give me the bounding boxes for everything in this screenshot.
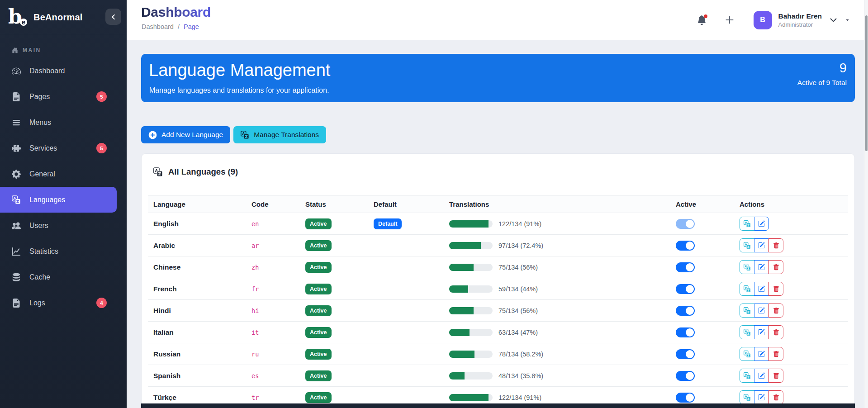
manage-translations-label: Manage Translations — [254, 131, 319, 139]
user-menu-button[interactable] — [829, 16, 838, 24]
toggle-knob — [686, 372, 694, 380]
delete-action-button[interactable] — [768, 282, 783, 296]
status-cell: Active — [300, 392, 368, 403]
active-toggle[interactable] — [676, 262, 695, 272]
sidebar-item-icon — [12, 247, 21, 256]
user-role: Administrator — [778, 21, 822, 28]
translate-action-button[interactable] — [740, 282, 754, 296]
translate-action-button[interactable] — [740, 238, 754, 252]
translations-cell: 122/134 (91%) — [444, 220, 670, 228]
sidebar-item-languages[interactable]: Languages — [0, 187, 117, 213]
sidebar-item-icon — [12, 299, 21, 308]
active-toggle[interactable] — [676, 306, 695, 316]
banner-stat: 9 Active of 9 Total — [797, 60, 847, 87]
translate-icon — [153, 167, 163, 177]
edit-action-button[interactable] — [754, 325, 769, 339]
delete-action-button[interactable] — [768, 304, 783, 318]
translate-action-button[interactable] — [740, 369, 754, 383]
delete-action-button[interactable] — [768, 325, 783, 339]
sidebar-item-cache[interactable]: Cache — [0, 264, 117, 290]
sidebar-item-services[interactable]: Services 5 — [0, 135, 117, 161]
notifications-button[interactable] — [697, 15, 707, 25]
page-scrollbar[interactable] — [864, 0, 868, 408]
sidebar-collapse-button[interactable] — [105, 9, 121, 25]
translations-cell: 122/134 (91%) — [444, 394, 670, 401]
delete-action-button[interactable] — [768, 347, 783, 361]
sidebar-item-icon — [12, 273, 21, 282]
sidebar-item-label: Statistics — [29, 247, 58, 256]
translate-action-button[interactable] — [740, 325, 754, 339]
active-toggle[interactable] — [676, 284, 695, 294]
delete-action-button[interactable] — [768, 238, 783, 252]
delete-action-button[interactable] — [768, 260, 783, 274]
translate-action-button[interactable] — [740, 347, 754, 361]
sidebar-item-label: Services — [29, 144, 57, 152]
sidebar-item-statistics[interactable]: Statistics — [0, 238, 117, 264]
edit-action-button[interactable] — [754, 217, 769, 231]
translation-progress-bar — [449, 285, 493, 293]
sidebar-item-label: Dashboard — [29, 67, 65, 75]
translation-progress-label: 75/134 (56%) — [498, 264, 538, 271]
sidebar-item-label: Languages — [29, 196, 65, 204]
manage-translations-button[interactable]: Manage Translations — [233, 126, 326, 143]
actions-cell — [734, 304, 849, 318]
sidebar-item-pages[interactable]: Pages 5 — [0, 84, 117, 109]
add-new-language-label: Add New Language — [161, 131, 223, 139]
translate-action-button[interactable] — [740, 304, 754, 318]
breadcrumb-current[interactable]: Page — [184, 23, 199, 30]
sidebar-item-badge: 5 — [96, 91, 107, 102]
language-code: fr — [246, 285, 300, 293]
translation-progress-bar — [449, 351, 493, 358]
status-badge: Active — [305, 240, 332, 251]
quick-add-button[interactable] — [725, 15, 735, 25]
language-name: Chinese — [148, 263, 246, 271]
active-toggle[interactable] — [676, 393, 695, 403]
translations-cell: 63/134 (47%) — [444, 329, 670, 336]
edit-action-button[interactable] — [754, 369, 769, 383]
active-toggle[interactable] — [676, 219, 695, 229]
language-name: Russian — [148, 350, 246, 358]
add-new-language-button[interactable]: Add New Language — [141, 126, 230, 143]
active-toggle[interactable] — [676, 241, 695, 251]
sidebar-item-general[interactable]: General — [0, 161, 117, 187]
delete-action-button[interactable] — [768, 369, 783, 383]
translation-progress-fill — [449, 329, 470, 336]
avatar[interactable]: B — [754, 11, 772, 29]
sidebar-item-logs[interactable]: Logs 4 — [0, 290, 117, 316]
translation-progress-fill — [449, 307, 474, 314]
sidebar-item-menus[interactable]: Menus — [0, 109, 117, 135]
edit-action-button[interactable] — [754, 260, 769, 274]
sidebar-item-users[interactable]: Users — [0, 213, 117, 238]
sidebar-item-icon — [12, 92, 21, 101]
language-code: zh — [246, 264, 300, 271]
scrollbar-thumb[interactable] — [865, 15, 868, 151]
edit-action-button[interactable] — [754, 238, 769, 252]
sidebar-item-badge: 5 — [96, 143, 107, 153]
active-toggle[interactable] — [676, 327, 695, 337]
active-cell — [670, 327, 734, 337]
active-toggle[interactable] — [676, 349, 695, 359]
active-toggle[interactable] — [676, 371, 695, 381]
toggle-knob — [686, 263, 694, 271]
edit-action-button[interactable] — [754, 347, 769, 361]
sidebar-item-badge: 4 — [96, 298, 107, 308]
active-count-label: Active of 9 Total — [797, 79, 847, 87]
status-badge: Active — [305, 349, 332, 360]
status-cell: Active — [300, 218, 368, 229]
edit-action-button[interactable] — [754, 282, 769, 296]
sidebar-item-dashboard[interactable]: Dashboard — [0, 58, 117, 84]
toggle-knob — [686, 307, 694, 315]
sidebar-section-label: MAIN — [23, 47, 41, 53]
translate-action-button[interactable] — [740, 260, 754, 274]
edit-action-button[interactable] — [754, 390, 769, 404]
user-dropdown-caret[interactable] — [845, 18, 850, 23]
translation-progress-bar — [449, 264, 493, 271]
edit-action-button[interactable] — [754, 304, 769, 318]
breadcrumb-root[interactable]: Dashboard — [142, 23, 174, 30]
delete-action-button[interactable] — [768, 390, 783, 404]
translation-progress-label: 48/134 (35.8%) — [498, 372, 543, 380]
translation-progress-fill — [449, 351, 474, 358]
toggle-knob — [686, 350, 694, 358]
translate-action-button[interactable] — [740, 217, 754, 231]
translate-action-button[interactable] — [740, 390, 754, 404]
